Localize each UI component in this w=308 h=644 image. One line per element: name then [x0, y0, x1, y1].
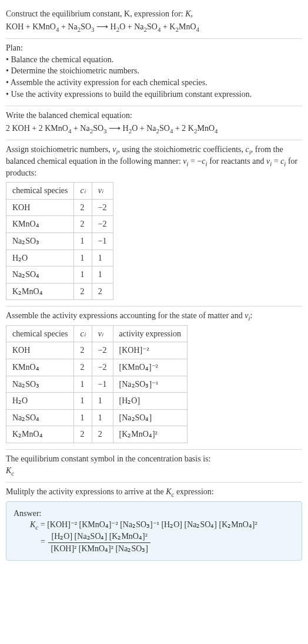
eq-arrow: ⟶ H: [95, 22, 116, 31]
balanced-head: Write the balanced chemical equation:: [6, 110, 302, 122]
cell: 2: [74, 342, 92, 359]
cell: −1: [92, 376, 113, 393]
eq-arrow: ⟶ H: [107, 124, 129, 133]
cell: −1: [92, 232, 113, 249]
table-header-row: chemical species cᵢ νᵢ activity expressi…: [6, 325, 188, 342]
table-row: K₂MnO₄22[K₂MnO₄]²: [6, 426, 188, 443]
kc-value: Kc: [6, 465, 302, 477]
multiply-text: Mulitply the activity expressions to arr…: [6, 486, 302, 498]
col-vi: νᵢ: [92, 183, 113, 200]
cell: 1: [74, 232, 92, 249]
eq: =: [41, 537, 47, 546]
eq-part: KOH + KMnO: [6, 22, 56, 31]
cell: 2: [74, 359, 92, 376]
cell: KOH: [6, 342, 74, 359]
table-row: Na₂SO₄11: [6, 267, 113, 284]
intro-section: Construct the equilibrium constant, K, e…: [6, 5, 302, 39]
cell: Na₂SO₄: [6, 267, 74, 284]
cell: 2: [74, 426, 92, 443]
cell: −2: [92, 216, 113, 233]
cell: −2: [92, 199, 113, 216]
cell: 1: [92, 409, 113, 426]
label: cᵢ: [80, 329, 85, 338]
label: νᵢ: [98, 186, 103, 195]
cell: Na₂SO₃: [6, 232, 74, 249]
cell: 1: [74, 409, 92, 426]
activity-section: Assemble the activity expressions accoun…: [6, 306, 302, 450]
text: , using the stoichiometric coefficients,: [118, 145, 245, 154]
cell: 2: [92, 426, 113, 443]
intro-text: Construct the equilibrium constant, K, e…: [6, 9, 183, 18]
assemble-text: Assemble the activity expressions accoun…: [6, 310, 302, 322]
answer-head: Answer:: [14, 508, 294, 520]
label: chemical species: [12, 186, 68, 195]
denominator: [KOH]² [KMnO₄]² [Na₂SO₃]: [48, 543, 150, 555]
stoich-text: Assign stoichiometric numbers, νi, using…: [6, 144, 302, 178]
cell: 1: [92, 249, 113, 267]
text: = −: [189, 157, 202, 166]
cell: 1: [74, 393, 92, 410]
answer-box: Answer: Kc = [KOH]⁻² [KMnO₄]⁻² [Na₂SO₃]⁻…: [6, 501, 302, 561]
col-activity: activity expression: [113, 325, 187, 342]
text: Assemble the activity expressions accoun…: [6, 311, 245, 320]
cell: −2: [92, 342, 113, 359]
cell: KMnO₄: [6, 216, 74, 233]
label: chemical species: [12, 329, 68, 338]
table-row: KMnO₄2−2[KMnO₄]⁻²: [6, 359, 188, 376]
table-row: KMnO₄2−2: [6, 216, 113, 233]
eq-part: + Na: [59, 22, 77, 31]
answer-section: Mulitply the activity expressions to arr…: [6, 483, 302, 567]
cell: 1: [92, 393, 113, 410]
activity-table: chemical species cᵢ νᵢ activity expressi…: [6, 325, 188, 443]
cell: 1: [74, 249, 92, 267]
cell: [Na₂SO₄]: [113, 409, 187, 426]
eq-part: + 2 K: [173, 124, 194, 133]
col-species: chemical species: [6, 183, 74, 200]
numerator: [H₂O] [Na₂SO₄] [K₂MnO₄]²: [48, 531, 150, 543]
eq-part: O + Na: [119, 22, 143, 31]
fraction: [H₂O] [Na₂SO₄] [K₂MnO₄]² [KOH]² [KMnO₄]²…: [48, 531, 150, 554]
eq-part: MnO: [197, 124, 215, 133]
answer-line2: = [H₂O] [Na₂SO₄] [K₂MnO₄]² [KOH]² [KMnO₄…: [41, 531, 294, 554]
col-species: chemical species: [6, 325, 74, 342]
table-row: Na₂SO₃1−1[Na₂SO₃]⁻¹: [6, 376, 188, 393]
cell: −2: [92, 359, 113, 376]
intro-equation: KOH + KMnO4 + Na2SO3 ⟶ H2O + Na2SO4 + K2…: [6, 21, 302, 33]
kc-symbol-section: The equilibrium constant symbol in the c…: [6, 450, 302, 483]
cell: K₂MnO₄: [6, 426, 74, 443]
plan-item: • Determine the stoichiometric numbers.: [6, 65, 302, 77]
cell: H₂O: [6, 393, 74, 410]
text: =: [272, 157, 280, 166]
eq-part: + K: [160, 22, 175, 31]
balanced-section: Write the balanced chemical equation: 2 …: [6, 106, 302, 140]
sub: c: [11, 469, 14, 476]
table-row: Na₂SO₄11[Na₂SO₄]: [6, 409, 188, 426]
table-row: KOH2−2: [6, 199, 113, 216]
cell: Na₂SO₃: [6, 376, 74, 393]
plan-head: Plan:: [6, 42, 302, 54]
kc: K: [6, 466, 11, 475]
cell: K₂MnO₄: [6, 283, 74, 300]
plan-item: • Assemble the activity expression for e…: [6, 77, 302, 89]
table-row: K₂MnO₄22: [6, 283, 113, 300]
table-row: H₂O11[H₂O]: [6, 393, 188, 410]
col-ci: cᵢ: [74, 325, 92, 342]
eq-part: + Na: [71, 124, 89, 133]
eq-part: O + Na: [132, 124, 156, 133]
cell: [KOH]⁻²: [113, 342, 187, 359]
col-ci: cᵢ: [74, 183, 92, 200]
col-vi: νᵢ: [92, 325, 113, 342]
eq-part: MnO: [179, 22, 196, 31]
cell: KOH: [6, 199, 74, 216]
cell: KMnO₄: [6, 359, 74, 376]
kc-line: The equilibrium constant symbol in the c…: [6, 453, 302, 465]
cell: 2: [74, 283, 92, 300]
eq-part: SO: [81, 22, 91, 31]
kc: K: [30, 520, 35, 529]
eq-part: SO: [147, 22, 158, 31]
cell: 2: [92, 283, 113, 300]
text: Assign stoichiometric numbers,: [6, 145, 112, 154]
table-row: Na₂SO₃1−1: [6, 232, 113, 249]
stoich-section: Assign stoichiometric numbers, νi, using…: [6, 140, 302, 306]
cell: 1: [92, 267, 113, 284]
